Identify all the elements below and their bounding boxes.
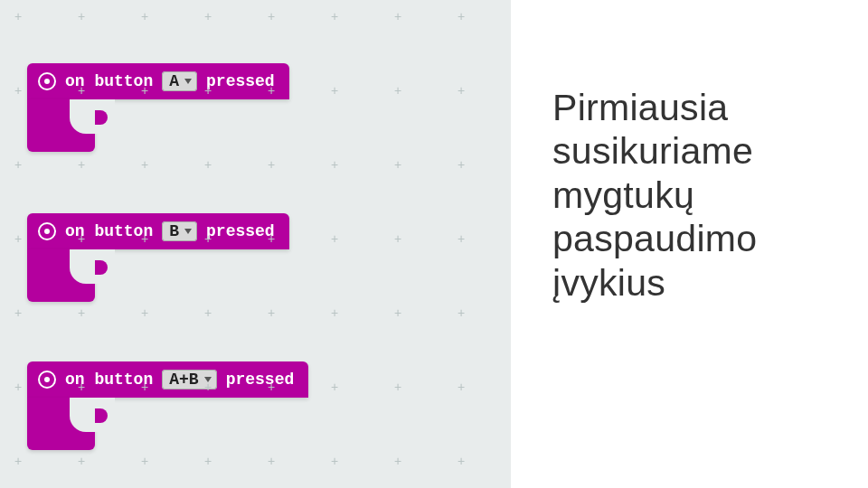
event-block-button-a[interactable]: on button A pressed [27,63,289,152]
grid-plus: + [203,307,213,318]
grid-plus: + [266,85,277,96]
grid-plus: + [329,11,340,22]
grid-plus: + [266,233,277,244]
slide-container: on button A pressed on button B pres [0,0,868,488]
slot-bump [95,260,108,275]
grid-plus: + [329,159,340,170]
grid-plus: + [13,85,24,96]
grid-plus: + [392,85,403,96]
event-block-button-b[interactable]: on button B pressed [27,213,289,302]
grid-plus: + [456,11,467,22]
grid-plus: + [139,381,150,392]
grid-plus: + [203,11,213,22]
grid-plus: + [392,381,403,392]
chevron-down-icon [184,79,192,84]
grid-plus: + [203,233,213,244]
block-header: on button B pressed [27,213,289,249]
dropdown-value: B [169,222,179,240]
grid-plus: + [392,159,403,170]
grid-plus: + [456,307,467,318]
block-header: on button A pressed [27,63,289,99]
grid-plus: + [329,455,340,466]
grid-plus: + [76,307,87,318]
slide-text: Pirmiausia susikuriame mygtukų paspaudim… [552,86,850,305]
block-header: on button A+B pressed [27,361,308,398]
grid-plus: + [76,85,87,96]
grid-plus: + [76,381,87,392]
grid-plus: + [139,233,150,244]
grid-plus: + [329,307,340,318]
block-suffix: pressed [226,371,295,389]
grid-plus: + [139,307,150,318]
grid-plus: + [266,381,277,392]
grid-plus: + [329,233,340,244]
grid-plus: + [139,159,150,170]
grid-plus: + [266,11,277,22]
block-body [27,398,95,450]
grid-plus: + [76,455,87,466]
grid-plus: + [266,307,277,318]
grid-plus: + [392,11,403,22]
block-body [27,99,95,152]
grid-plus: + [139,85,150,96]
block-suffix: pressed [206,222,275,240]
grid-plus: + [76,159,87,170]
grid-plus: + [456,381,467,392]
grid-plus: + [392,455,403,466]
grid-plus: + [392,233,403,244]
chevron-down-icon [184,229,192,234]
dropdown-value: A+B [169,371,198,389]
grid-plus: + [456,85,467,96]
grid-plus: + [139,455,150,466]
dropdown-value: A [169,72,179,90]
slot-bump [95,408,108,423]
grid-plus: + [392,307,403,318]
grid-plus: + [456,233,467,244]
block-suffix: pressed [206,72,275,90]
grid-plus: + [329,85,340,96]
event-block-button-ab[interactable]: on button A+B pressed [27,361,308,450]
text-panel: Pirmiausia susikuriame mygtukų paspaudim… [511,0,868,488]
grid-plus: + [203,381,213,392]
grid-plus: + [329,381,340,392]
grid-plus: + [266,455,277,466]
grid-plus: + [203,455,213,466]
grid-plus: + [13,455,24,466]
grid-plus: + [76,233,87,244]
button-dropdown[interactable]: B [162,221,197,241]
grid-plus: + [13,11,24,22]
target-icon [38,72,56,90]
button-dropdown[interactable]: A [162,71,197,91]
grid-plus: + [76,11,87,22]
grid-plus: + [13,307,24,318]
grid-plus: + [203,159,213,170]
grid-plus: + [13,233,24,244]
grid-plus: + [13,159,24,170]
slot-bump [95,110,108,125]
blocks-workspace: on button A pressed on button B pres [0,0,511,488]
grid-plus: + [139,11,150,22]
target-icon [38,222,56,240]
grid-plus: + [266,159,277,170]
grid-plus: + [13,381,24,392]
grid-plus: + [456,159,467,170]
block-body [27,249,95,302]
grid-plus: + [203,85,213,96]
grid-plus: + [456,455,467,466]
target-icon [38,371,56,389]
